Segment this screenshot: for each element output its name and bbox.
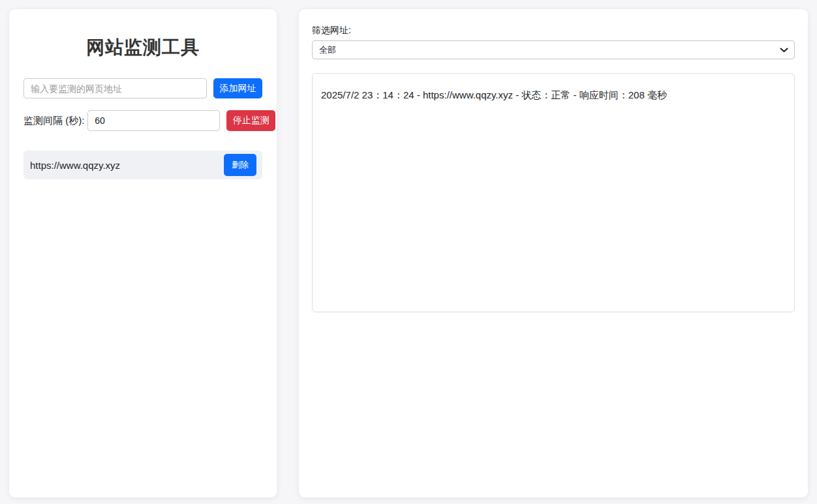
- filter-select-wrap: 全部: [312, 40, 795, 59]
- monitor-panel: 网站监测工具 添加网址 监测间隔 (秒): 停止监测 https://www.q…: [9, 9, 277, 497]
- site-list: https://www.qqzy.xyz 删除: [22, 151, 264, 179]
- stop-monitor-button[interactable]: 停止监测: [226, 110, 275, 131]
- page-title: 网站监测工具: [22, 35, 264, 60]
- site-url: https://www.qqzy.xyz: [30, 160, 120, 171]
- filter-label: 筛选网址:: [312, 25, 795, 37]
- delete-site-button[interactable]: 删除: [224, 154, 256, 176]
- site-list-item: https://www.qqzy.xyz 删除: [23, 151, 262, 179]
- url-input[interactable]: [23, 78, 207, 98]
- log-panel: 筛选网址: 全部 2025/7/2 23：14：24 - https://www…: [299, 9, 808, 497]
- interval-label: 监测间隔 (秒):: [23, 115, 84, 127]
- filter-select[interactable]: 全部: [312, 40, 795, 59]
- add-url-button[interactable]: 添加网址: [213, 78, 262, 98]
- log-entry: 2025/7/2 23：14：24 - https://www.qqzy.xyz…: [321, 88, 786, 102]
- interval-row: 监测间隔 (秒): 停止监测: [23, 110, 262, 131]
- add-url-row: 添加网址: [23, 78, 262, 98]
- log-box: 2025/7/2 23：14：24 - https://www.qqzy.xyz…: [312, 73, 795, 312]
- interval-input[interactable]: [87, 110, 220, 131]
- app-root: 网站监测工具 添加网址 监测间隔 (秒): 停止监测 https://www.q…: [0, 0, 817, 504]
